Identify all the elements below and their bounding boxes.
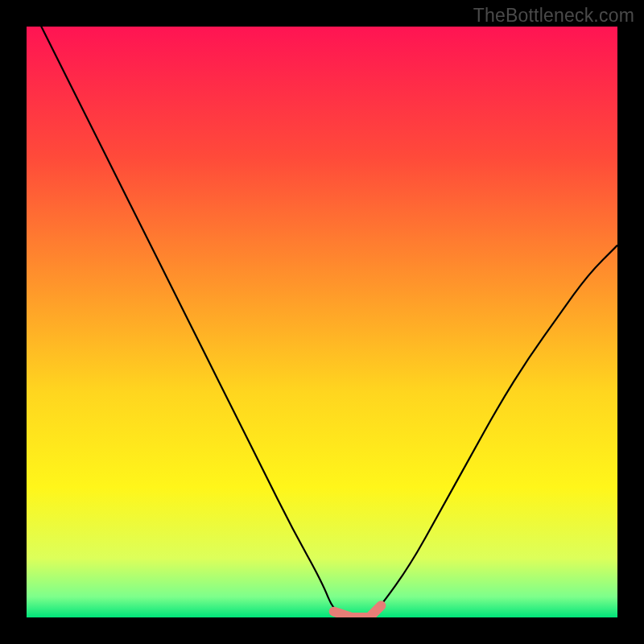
- plot-area: [27, 27, 617, 617]
- bottleneck-curve: [27, 27, 617, 617]
- chart-frame: TheBottleneck.com: [0, 0, 644, 644]
- curve-highlight-segment: [334, 605, 382, 617]
- attribution-label: TheBottleneck.com: [473, 5, 634, 27]
- curve-line: [27, 27, 617, 617]
